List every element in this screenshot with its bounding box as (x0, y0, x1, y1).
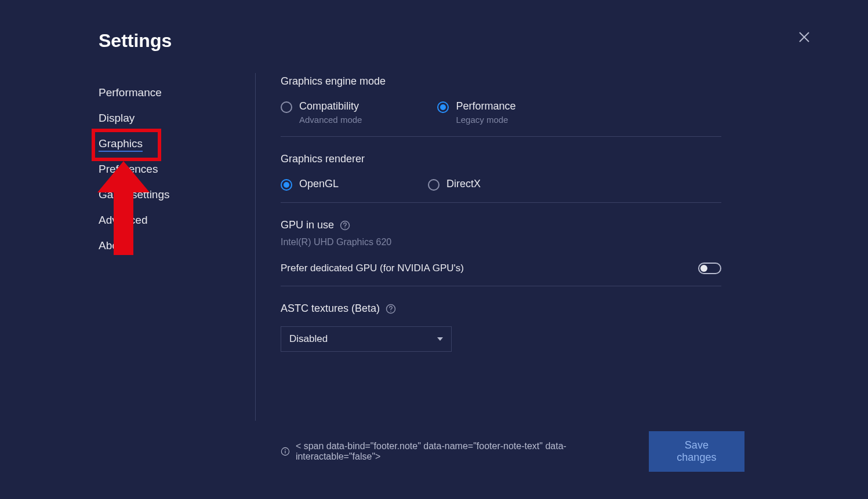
radio-button-icon (437, 101, 449, 113)
divider (281, 286, 721, 286)
radio-labels: DirectX (446, 178, 481, 190)
sidebar-item-preferences[interactable]: Preferences (99, 156, 215, 182)
section-title-astc: ASTC textures (Beta) (281, 303, 721, 315)
prefer-dedicated-gpu-toggle[interactable] (698, 263, 721, 274)
sidebar-item-about[interactable]: About (99, 233, 215, 258)
footer-note: < span data-bind="footer.note" data-name… (281, 441, 649, 462)
help-icon[interactable] (340, 220, 350, 231)
radio-main-label: OpenGL (299, 178, 339, 190)
section-title-gpu: GPU in use (281, 219, 721, 231)
radio-button-icon (281, 101, 292, 113)
sidebar-item-label: About (99, 239, 128, 252)
sidebar-item-graphics[interactable]: Graphics (99, 131, 143, 156)
sidebar-item-game-settings[interactable]: Game settings (99, 182, 215, 207)
radio-labels: Compatibility Advanced mode (299, 100, 362, 125)
radio-button-icon (428, 179, 440, 191)
sidebar-item-label: Display (99, 112, 135, 124)
prefer-dedicated-gpu-row: Prefer dedicated GPU (for NVIDIA GPU's) (281, 263, 721, 274)
svg-point-8 (285, 449, 286, 450)
sidebar: Performance Display Graphics Preferences… (99, 80, 215, 258)
divider (281, 136, 721, 137)
sidebar-item-label: Graphics (99, 137, 143, 152)
toggle-label: Prefer dedicated GPU (for NVIDIA GPU's) (281, 263, 464, 274)
content-panel: Graphics engine mode Compatibility Advan… (281, 75, 721, 352)
gpu-title-text: GPU in use (281, 219, 334, 231)
radio-main-label: Performance (456, 100, 515, 112)
close-button[interactable] (797, 30, 811, 44)
info-icon (281, 447, 290, 456)
page-title: Settings (99, 30, 172, 52)
save-changes-button[interactable]: Save changes (649, 431, 744, 472)
close-icon (797, 30, 811, 44)
astc-title-text: ASTC textures (Beta) (281, 303, 380, 315)
page-header: Settings (99, 30, 172, 52)
radio-main-label: Compatibility (299, 100, 362, 112)
radio-labels: Performance Legacy mode (456, 100, 515, 125)
select-value: Disabled (289, 333, 328, 345)
vertical-divider (255, 73, 256, 421)
radio-performance[interactable]: Performance Legacy mode (437, 100, 515, 125)
radio-main-label: DirectX (446, 178, 481, 190)
sidebar-item-advanced[interactable]: Advanced (99, 207, 215, 233)
radio-directx[interactable]: DirectX (428, 178, 481, 191)
sidebar-item-label: Game settings (99, 188, 170, 201)
gpu-value: Intel(R) UHD Graphics 620 (281, 237, 721, 247)
svg-point-3 (344, 227, 346, 228)
sidebar-item-performance[interactable]: Performance (99, 80, 215, 105)
sidebar-item-label: Preferences (99, 163, 158, 175)
svg-point-5 (390, 311, 391, 312)
section-title-renderer: Graphics renderer (281, 153, 721, 165)
renderer-radio-row: OpenGL DirectX (281, 178, 721, 191)
footer: < span data-bind="footer.note" data-name… (281, 431, 744, 472)
engine-radio-row: Compatibility Advanced mode Performance … (281, 100, 721, 125)
astc-select[interactable]: Disabled (281, 326, 452, 352)
radio-labels: OpenGL (299, 178, 339, 190)
radio-sub-label: Legacy mode (456, 115, 515, 125)
sidebar-item-display[interactable]: Display (99, 105, 215, 131)
radio-button-icon (281, 179, 292, 191)
chevron-down-icon (437, 337, 443, 341)
radio-sub-label: Advanced mode (299, 115, 362, 125)
divider (281, 202, 721, 203)
section-title-engine: Graphics engine mode (281, 75, 721, 88)
sidebar-item-label: Advanced (99, 214, 148, 226)
sidebar-item-label: Performance (99, 86, 162, 99)
radio-opengl[interactable]: OpenGL (281, 178, 339, 191)
radio-compatibility[interactable]: Compatibility Advanced mode (281, 100, 362, 125)
help-icon[interactable] (386, 304, 396, 314)
